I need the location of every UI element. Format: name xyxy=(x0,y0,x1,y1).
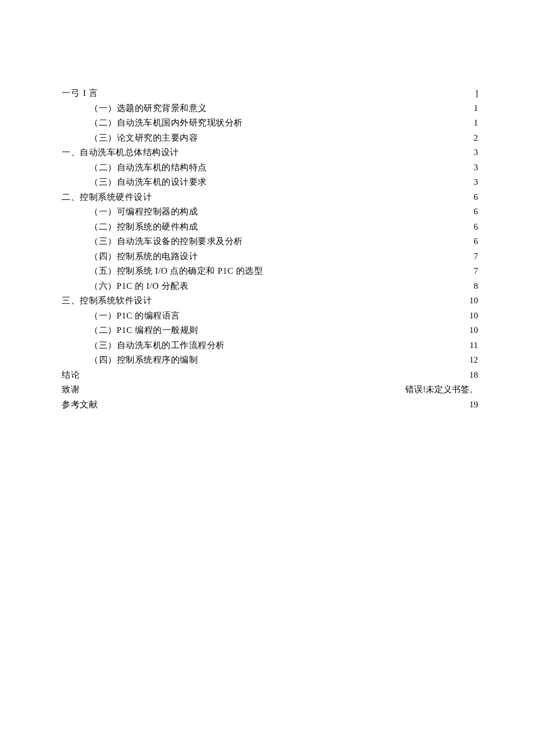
toc-page: 6 xyxy=(474,220,479,235)
toc-text: 二、控制系统硬件设计 xyxy=(62,190,152,205)
toc-entry: （一）可编程控制器的构成 6 xyxy=(62,205,478,220)
toc-entry: （三）自动洗车机的设计要求 3 xyxy=(62,175,478,190)
toc-leader-dots xyxy=(81,369,468,378)
toc-text: （一）选题的研究背景和意义 xyxy=(90,101,207,116)
toc-page: 1 xyxy=(474,116,479,131)
toc-text: （一）P1C 的编程语言 xyxy=(90,309,180,324)
toc-entry: （三）自动洗车机的工作流程分析 11 xyxy=(62,338,478,353)
toc-leader-dots xyxy=(226,339,469,348)
toc-error-text: 错误!未定义书签。 xyxy=(405,382,478,397)
toc-page: 11 xyxy=(470,338,478,353)
toc-entry-error: 致谢 错误!未定义书签。 xyxy=(62,382,478,397)
toc-entry: （一）选题的研究背景和意义 1 xyxy=(62,101,478,116)
toc-entry: 一、自动洗车机总体结构设计 3 xyxy=(62,145,478,160)
toc-page: 7 xyxy=(474,264,479,279)
toc-leader-dots xyxy=(153,191,473,200)
toc-entry: 二、控制系统硬件设计 6 xyxy=(62,190,478,205)
toc-text: 参考文献 xyxy=(62,397,98,413)
toc-page: 10 xyxy=(469,309,478,324)
toc-entry: （五）控制系统 I/O 点的确定和 P1C 的选型 7 xyxy=(62,264,478,279)
toc-leader-dots xyxy=(199,132,473,141)
toc-leader-dots xyxy=(180,146,473,155)
toc-entry: 参考文献 19 xyxy=(62,397,478,413)
toc-leader-dots xyxy=(199,221,473,230)
toc-leader-dots xyxy=(99,399,468,407)
toc-entry: （二）自动洗车机的结构特点 3 xyxy=(62,160,478,175)
toc-entry: （三）论文研究的主要内容 2 xyxy=(62,131,478,146)
toc-leader-dots xyxy=(190,280,472,289)
toc-leader-dots xyxy=(244,235,473,244)
toc-leader-dots xyxy=(153,295,468,303)
toc-leader-dots xyxy=(199,354,468,363)
toc-page: 6 xyxy=(474,205,479,220)
toc-text: 一、自动洗车机总体结构设计 xyxy=(62,145,179,160)
first-heading-right: ] xyxy=(475,86,478,101)
toc-page: 8 xyxy=(474,279,479,294)
toc-page: 18 xyxy=(469,368,478,383)
toc-text: 结论 xyxy=(62,368,80,383)
table-of-contents: 一弓 I 言 ] （一）选题的研究背景和意义 1 （二）自动洗车机国内外研究现状… xyxy=(62,86,478,412)
toc-text: （三）自动洗车设备的控制要求及分析 xyxy=(90,234,243,249)
toc-page: 6 xyxy=(474,234,479,249)
toc-text: （三）自动洗车机的工作流程分析 xyxy=(90,338,225,353)
toc-entry: （六）P1C 的 I/O 分配表 8 xyxy=(62,279,478,294)
toc-text: （二）控制系统的硬件构成 xyxy=(90,220,198,235)
toc-leader-dots xyxy=(199,250,473,259)
toc-page: 3 xyxy=(474,160,479,175)
toc-leader-dots xyxy=(199,206,473,214)
toc-page: 12 xyxy=(469,353,478,368)
toc-text: （三）论文研究的主要内容 xyxy=(90,131,198,146)
toc-entry: （四）控制系统的电路设计 7 xyxy=(62,249,478,264)
toc-entry: 结论 18 xyxy=(62,368,478,383)
toc-text: 三、控制系统软件设计 xyxy=(62,293,152,309)
toc-page: 2 xyxy=(474,131,479,146)
toc-leader-dots xyxy=(208,102,473,111)
toc-text: （三）自动洗车机的设计要求 xyxy=(90,175,207,190)
toc-first-heading: 一弓 I 言 ] xyxy=(62,86,478,101)
toc-entry: （三）自动洗车设备的控制要求及分析 6 xyxy=(62,234,478,249)
toc-text: （五）控制系统 I/O 点的确定和 P1C 的选型 xyxy=(90,264,263,279)
toc-leader-dots xyxy=(208,162,473,170)
toc-leader-dots xyxy=(208,176,473,185)
toc-entry: （四）控制系统程序的编制 12 xyxy=(62,353,478,368)
toc-leader-dots xyxy=(264,265,472,274)
toc-text: （二）自动洗车机的结构特点 xyxy=(90,160,207,175)
toc-page: 10 xyxy=(469,293,478,309)
toc-text: （二）自动洗车机国内外研究现状分析 xyxy=(90,116,243,131)
toc-page: 6 xyxy=(474,190,479,205)
toc-entry: （一）P1C 的编程语言 10 xyxy=(62,309,478,324)
toc-leader-dots xyxy=(244,117,473,126)
toc-text: （四）控制系统的电路设计 xyxy=(90,249,198,264)
toc-text: 致谢 xyxy=(62,382,80,397)
toc-leader-dots xyxy=(181,310,468,318)
toc-entry: 三、控制系统软件设计 10 xyxy=(62,293,478,309)
toc-leader-dots xyxy=(81,384,404,392)
toc-text: （四）控制系统程序的编制 xyxy=(90,353,198,368)
toc-page: 10 xyxy=(469,323,478,338)
toc-leader-dots xyxy=(199,324,468,333)
toc-entry: （二）控制系统的硬件构成 6 xyxy=(62,220,478,235)
toc-text: （一）可编程控制器的构成 xyxy=(90,205,198,220)
first-heading-left: 一弓 I 言 xyxy=(62,86,99,101)
toc-page: 1 xyxy=(474,101,479,116)
toc-page: 19 xyxy=(469,397,478,413)
toc-page: 3 xyxy=(474,145,479,160)
toc-page: 7 xyxy=(474,249,479,264)
toc-text: （六）P1C 的 I/O 分配表 xyxy=(90,279,188,294)
toc-text: （二）P1C 编程的一般规则 xyxy=(90,323,198,338)
toc-entry: （二）自动洗车机国内外研究现状分析 1 xyxy=(62,116,478,131)
toc-entry: （二）P1C 编程的一般规则 10 xyxy=(62,323,478,338)
toc-page: 3 xyxy=(474,175,479,190)
